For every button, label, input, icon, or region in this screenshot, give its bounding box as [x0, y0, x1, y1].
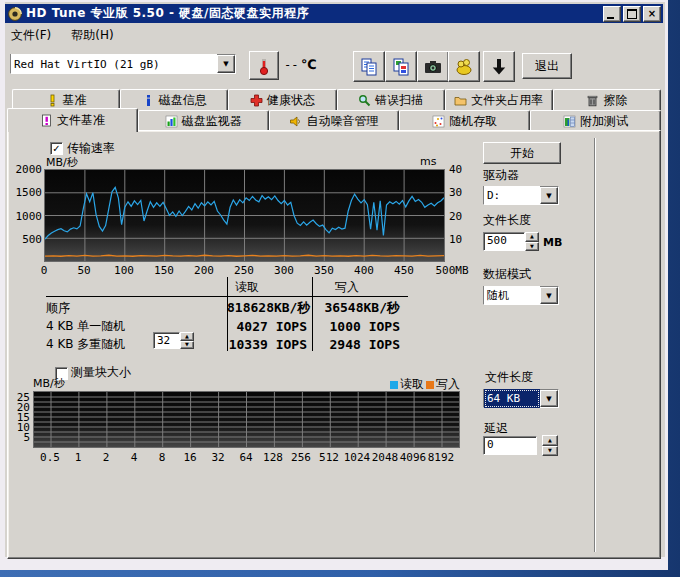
spin-up-icon[interactable]: ▲	[180, 332, 194, 341]
read-legend-swatch	[390, 381, 398, 389]
tab-speaker[interactable]: 自动噪音管理	[269, 110, 400, 131]
spin-up-icon[interactable]: ▲	[542, 435, 558, 446]
info-blue-icon	[142, 94, 155, 107]
temperature-unit: ℃	[301, 57, 317, 72]
chart1-xtick: 50	[70, 264, 98, 277]
spin-down-icon[interactable]: ▼	[525, 242, 539, 252]
tab-scan-magnifier[interactable]: 错误扫描	[337, 89, 445, 110]
tab-disk-monitor[interactable]: 磁盘监视器	[138, 110, 269, 131]
chart1-xtick: 250	[230, 264, 258, 277]
thermometer-icon	[254, 56, 274, 76]
exit-button-label: 退出	[535, 58, 559, 75]
minimize-button[interactable]	[603, 6, 621, 22]
measure-block-size-label: 测量块大小	[71, 364, 131, 381]
titlebar: HD Tune 专业版 5.50 - 硬盘/固态硬盘实用程序 ×	[5, 4, 663, 23]
file-length-label: 文件长度	[483, 212, 531, 229]
tab-label: 文件夹占用率	[471, 92, 543, 109]
menu-item-1[interactable]: 帮助(H)	[66, 26, 118, 45]
save-arrow-icon	[489, 57, 509, 77]
block-size-chart	[33, 391, 460, 448]
delay-label: 延迟	[484, 420, 508, 437]
random-dots-icon	[432, 115, 445, 128]
chart2-xtick: 8192	[424, 451, 458, 464]
table-hline	[46, 296, 408, 297]
tab-label: 错误扫描	[375, 92, 423, 109]
chart1-xtick: 450	[390, 264, 418, 277]
chevron-down-icon: ▼	[546, 395, 551, 403]
tab-random-dots[interactable]: 随机存取	[399, 110, 530, 131]
maximize-button[interactable]	[623, 6, 641, 22]
chart1-xtick: 500MB	[430, 264, 474, 277]
start-button[interactable]: 开始	[483, 142, 561, 164]
result-read-value: 4027 IOPS	[227, 319, 307, 334]
result-row-label: 4 KB 多重随机	[46, 336, 227, 353]
result-write-value: 1000 IOPS	[307, 319, 400, 334]
spin-down-icon[interactable]: ▼	[180, 341, 194, 350]
copy-image-button[interactable]	[385, 51, 417, 82]
file-length-input[interactable]: 500	[483, 232, 525, 251]
chart1-ytick: 1500	[16, 186, 43, 199]
data-mode-label: 数据模式	[483, 266, 531, 283]
close-icon: ×	[648, 9, 656, 19]
menu-item-0[interactable]: 文件(F)	[6, 26, 56, 45]
check-icon: ✓	[52, 144, 60, 154]
chart2-ylabel: MB/秒	[33, 376, 65, 391]
tab-label: 附加测试	[580, 113, 628, 130]
block-file-length-combo[interactable]: 64 KB ▼	[483, 389, 559, 408]
tab-erase-trash[interactable]: 擦除	[553, 89, 661, 110]
close-button[interactable]: ×	[643, 6, 661, 22]
tab-label: 健康状态	[267, 92, 315, 109]
chart1-xtick: 350	[310, 264, 338, 277]
minimize-icon	[607, 17, 614, 19]
file-benchmark-icon	[40, 114, 53, 127]
donate-button[interactable]	[448, 51, 480, 82]
drive-label: 驱动器	[483, 167, 519, 184]
save-results-button[interactable]	[483, 51, 515, 82]
exit-button[interactable]: 退出	[522, 53, 572, 79]
extra-tests-icon	[563, 115, 576, 128]
tab-extra-tests[interactable]: 附加测试	[530, 110, 661, 131]
screenshot-button[interactable]	[417, 51, 449, 82]
chart1-ytick: 2000	[16, 163, 43, 176]
scan-magnifier-icon	[358, 94, 371, 107]
queue-depth-spinner: ▲ ▼	[180, 332, 194, 349]
transfer-rate-checkbox[interactable]: ✓	[50, 142, 63, 155]
copy-text-button[interactable]	[353, 51, 385, 82]
tab-label: 基准	[63, 92, 87, 109]
results-table: 顺序818628KB/秒36548KB/秒4 KB 单一随机4027 IOPS1…	[46, 299, 406, 353]
drive-combo[interactable]: D: ▼	[483, 186, 559, 205]
chart1-xtick: 300	[270, 264, 298, 277]
tab-excl-yellow[interactable]: 基准	[12, 89, 120, 110]
window-title: HD Tune 专业版 5.50 - 硬盘/固态硬盘实用程序	[26, 5, 601, 22]
tab-label: 磁盘监视器	[182, 113, 242, 130]
data-mode-dropdown-button[interactable]: ▼	[540, 287, 558, 304]
spin-up-icon[interactable]: ▲	[525, 232, 539, 242]
temperature-button[interactable]	[249, 51, 279, 80]
chart1-xtick: 0	[30, 264, 58, 277]
drive-select-value: Red Hat VirtIO (21 gB)	[11, 54, 217, 74]
queue-depth-input[interactable]: 32	[153, 332, 180, 349]
tab-label: 磁盘信息	[159, 92, 207, 109]
delay-input[interactable]: 0	[483, 436, 537, 455]
read-column-header: 读取	[235, 279, 259, 296]
chart1-y2tick: 20	[449, 210, 462, 223]
block-file-length-dropdown-button[interactable]: ▼	[540, 390, 558, 407]
erase-trash-icon	[586, 94, 599, 107]
file-length2-label: 文件长度	[485, 369, 533, 386]
chart1-y2tick: 10	[449, 233, 462, 246]
temperature-value: --	[284, 58, 298, 72]
drive-select-dropdown-button[interactable]: ▼	[217, 55, 235, 73]
tab-folder[interactable]: 文件夹占用率	[445, 89, 553, 110]
result-write-value: 2948 IOPS	[307, 337, 400, 352]
spin-down-icon[interactable]: ▼	[542, 446, 558, 457]
chart1-xtick: 100	[110, 264, 138, 277]
drive-select-combo[interactable]: Red Hat VirtIO (21 gB) ▼	[10, 54, 236, 74]
panel-divider	[594, 138, 596, 552]
chart2-ytick: 5	[23, 431, 30, 444]
tab-file-benchmark[interactable]: 文件基准	[7, 108, 138, 132]
tab-info-blue[interactable]: 磁盘信息	[120, 89, 228, 110]
drive-combo-dropdown-button[interactable]: ▼	[540, 187, 558, 204]
data-mode-combo[interactable]: 随机 ▼	[483, 286, 559, 305]
disk-monitor-icon	[165, 115, 178, 128]
tab-health-cross[interactable]: 健康状态	[228, 89, 336, 110]
